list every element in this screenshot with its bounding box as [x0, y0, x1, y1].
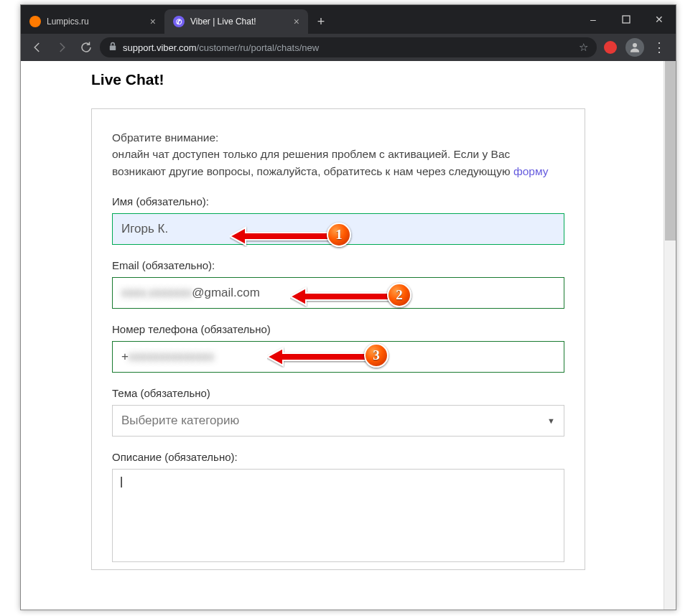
form-link[interactable]: форму [513, 165, 549, 177]
maximize-button[interactable] [610, 5, 643, 34]
email-label: Email (обязательно): [112, 259, 564, 271]
browser-titlebar: Lumpics.ru × ✆ Viber | Live Chat! × + – … [21, 5, 676, 34]
description-label: Описание (обязательно): [112, 451, 564, 463]
svg-rect-0 [623, 16, 630, 23]
back-button[interactable] [27, 37, 48, 58]
new-tab-button[interactable]: + [311, 11, 331, 32]
topic-label: Тема (обязательно) [112, 387, 564, 399]
minimize-button[interactable]: – [577, 5, 610, 34]
form-card: Обратите внимание: онлайн чат доступен т… [91, 108, 585, 570]
phone-label: Номер телефона (обязательно) [112, 323, 564, 335]
lock-icon [108, 42, 117, 53]
name-input[interactable] [112, 213, 564, 245]
chevron-down-icon: ▼ [547, 416, 555, 425]
address-input[interactable]: support.viber.com/customer/ru/portal/cha… [100, 37, 597, 57]
bookmark-icon[interactable]: ☆ [579, 41, 588, 54]
scrollbar[interactable] [664, 61, 676, 610]
topic-select[interactable]: Выберите категорию ▼ [112, 405, 564, 437]
browser-window: Lumpics.ru × ✆ Viber | Live Chat! × + – … [20, 4, 676, 610]
close-icon[interactable]: × [150, 16, 156, 27]
window-controls: – ✕ [577, 5, 676, 34]
extension-button[interactable] [600, 37, 621, 58]
tab-title: Lumpics.ru [47, 17, 144, 27]
avatar-icon [625, 38, 644, 57]
page-content: Live Chat! Обратите внимание: онлайн чат… [21, 61, 664, 610]
url-text: support.viber.com/customer/ru/portal/cha… [123, 42, 319, 53]
email-input[interactable]: xxxx.xxxxxxx@gmail.com [112, 277, 564, 309]
scrollbar-thumb[interactable] [665, 61, 676, 241]
description-textarea[interactable]: | [112, 469, 564, 562]
page-title: Live Chat! [91, 71, 585, 88]
phone-input[interactable]: +xxxxxxxxxxxxxx [112, 341, 564, 373]
favicon-lumpics [29, 16, 41, 27]
extension-icon [604, 41, 617, 54]
menu-button[interactable]: ⋮ [648, 39, 670, 55]
close-icon[interactable]: × [294, 16, 299, 27]
browser-tab-viber[interactable]: ✆ Viber | Live Chat! × [164, 9, 308, 34]
close-button[interactable]: ✕ [643, 5, 676, 34]
page-viewport: Live Chat! Обратите внимание: онлайн чат… [21, 61, 676, 610]
notice-text: Обратите внимание: онлайн чат доступен т… [112, 129, 564, 179]
profile-button[interactable] [624, 37, 646, 58]
favicon-viber: ✆ [173, 16, 185, 27]
name-label: Имя (обязательно): [112, 195, 564, 207]
svg-point-2 [633, 43, 637, 47]
forward-button[interactable] [51, 37, 73, 58]
svg-rect-1 [110, 46, 116, 50]
topic-placeholder: Выберите категорию [121, 414, 239, 428]
browser-addressbar: support.viber.com/customer/ru/portal/cha… [21, 34, 676, 61]
browser-tab-lumpics[interactable]: Lumpics.ru × [21, 9, 164, 34]
tab-title: Viber | Live Chat! [190, 17, 288, 27]
reload-button[interactable] [75, 37, 97, 58]
